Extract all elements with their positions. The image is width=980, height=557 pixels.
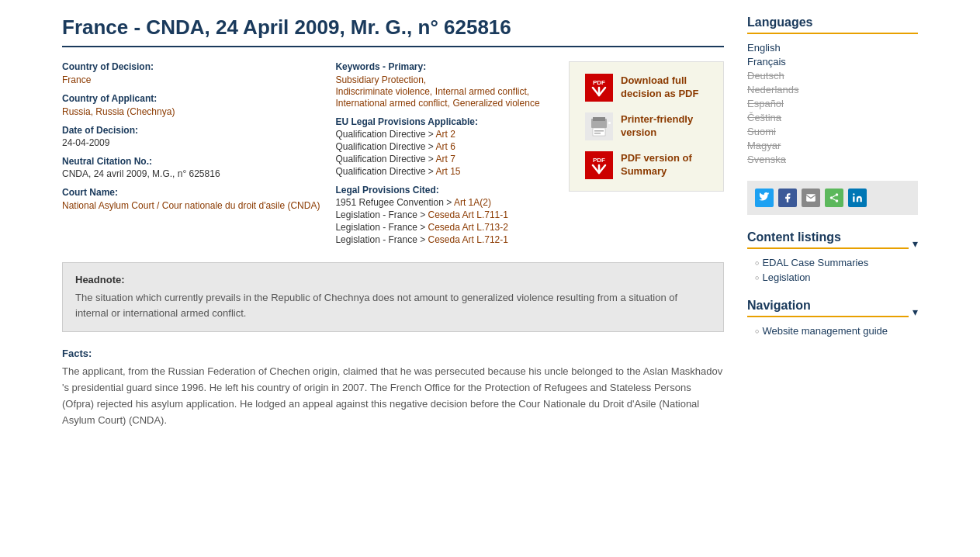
eu-provision-link-2[interactable]: Art 6 bbox=[436, 141, 455, 152]
download-pdf-full-label[interactable]: Download full decision as PDF bbox=[621, 74, 708, 101]
eu-provision-link-4[interactable]: Art 15 bbox=[436, 166, 461, 177]
svg-point-14 bbox=[830, 196, 833, 199]
legal-provision-link-3[interactable]: Ceseda Art L.713-2 bbox=[428, 222, 508, 233]
twitter-icon[interactable] bbox=[755, 189, 774, 207]
lang-magyar: Magyar bbox=[747, 140, 918, 151]
eu-provisions-list: Qualification Directive > Art 2 Qualific… bbox=[335, 129, 553, 177]
download-printer-label[interactable]: Printer-friendly version bbox=[621, 113, 708, 140]
headnote-label: Headnote: bbox=[75, 274, 711, 285]
content-listing-link-2[interactable]: Legislation bbox=[762, 272, 810, 283]
navigation-link-1[interactable]: Website management guide bbox=[762, 325, 888, 337]
svg-line-17 bbox=[833, 195, 836, 197]
neutral-citation-label: Neutral Citation No.: bbox=[62, 156, 320, 167]
download-pdf-full[interactable]: PDF Download full decision as PDF bbox=[585, 74, 708, 102]
svg-rect-6 bbox=[593, 128, 605, 136]
court-name-value[interactable]: National Asylum Court / Cour nationale d… bbox=[62, 200, 320, 211]
svg-rect-8 bbox=[594, 133, 601, 134]
legal-provisions-list: 1951 Refugee Convention > Art 1A(2) Legi… bbox=[335, 197, 553, 245]
headnote-text: The situation which currently prevails i… bbox=[75, 290, 711, 320]
svg-text:PDF: PDF bbox=[593, 157, 605, 164]
legal-provision-link-1[interactable]: Art 1A(2) bbox=[454, 197, 491, 208]
download-pdf-summary-label[interactable]: PDF version of Summary bbox=[621, 152, 708, 178]
legal-provision-link-4[interactable]: Ceseda Art L.712-1 bbox=[428, 234, 508, 245]
svg-point-15 bbox=[836, 199, 839, 202]
navigation-chevron: ▾ bbox=[912, 306, 918, 318]
download-box: PDF Download full decision as PDF bbox=[569, 61, 724, 247]
legal-provision-2: Legislation - France > Ceseda Art L.711-… bbox=[335, 209, 553, 220]
social-bar bbox=[747, 181, 918, 215]
country-of-applicant-label: Country of Applicant: bbox=[62, 93, 320, 104]
country-of-decision-value[interactable]: France bbox=[62, 74, 91, 85]
svg-rect-9 bbox=[608, 122, 611, 124]
content-listings-header[interactable]: Content listings ▾ bbox=[747, 230, 918, 257]
languages-title: Languages bbox=[747, 16, 918, 34]
eu-provisions-label: EU Legal Provisions Applicable: bbox=[335, 116, 553, 127]
lang-english[interactable]: English bbox=[747, 42, 918, 54]
eu-provision-3: Qualification Directive > Art 7 bbox=[335, 154, 553, 164]
email-icon[interactable] bbox=[802, 189, 820, 207]
content-listings-section: Content listings ▾ EDAL Case Summaries L… bbox=[747, 230, 918, 283]
navigation-section: Navigation ▾ Website management guide bbox=[747, 299, 918, 337]
content-listings-chevron: ▾ bbox=[912, 237, 918, 250]
svg-point-19 bbox=[853, 193, 854, 195]
keywords-label: Keywords - Primary: bbox=[335, 61, 553, 72]
lang-espanol: Español bbox=[747, 98, 918, 109]
navigation-title: Navigation bbox=[747, 299, 909, 317]
legal-provision-1: 1951 Refugee Convention > Art 1A(2) bbox=[335, 197, 553, 208]
neutral-citation-value: CNDA, 24 avril 2009, M.G., n° 625816 bbox=[62, 168, 320, 179]
navigation-list: Website management guide bbox=[747, 325, 918, 337]
facebook-icon[interactable] bbox=[778, 189, 797, 207]
legal-provisions-label: Legal Provisions Cited: bbox=[335, 185, 553, 195]
svg-text:PDF: PDF bbox=[593, 79, 605, 86]
content-listing-item-1: EDAL Case Summaries bbox=[755, 257, 918, 268]
pdf-summary-icon: PDF bbox=[585, 151, 613, 179]
lang-svenska: Svenska bbox=[747, 154, 918, 165]
eu-provision-4: Qualification Directive > Art 15 bbox=[335, 166, 553, 177]
keyword-1[interactable]: Subsidiary Protection, bbox=[335, 74, 426, 85]
share-icon[interactable] bbox=[825, 189, 843, 207]
navigation-item-1: Website management guide bbox=[755, 325, 918, 337]
lang-nederlands: Nederlands bbox=[747, 84, 918, 95]
country-of-applicant-value[interactable]: Russia, Russia (Chechnya) bbox=[62, 106, 175, 117]
date-of-decision-label: Date of Decision: bbox=[62, 125, 320, 136]
main-content: France - CNDA, 24 April 2009, Mr. G., n°… bbox=[62, 16, 724, 428]
meta-center: Keywords - Primary: Subsidiary Protectio… bbox=[335, 61, 553, 247]
keyword-5[interactable]: Generalized violence bbox=[452, 98, 539, 109]
keyword-3[interactable]: Internal armed conflict, bbox=[435, 86, 529, 97]
eu-provision-1: Qualification Directive > Art 2 bbox=[335, 129, 553, 140]
lang-suomi: Suomi bbox=[747, 126, 918, 137]
legal-provision-link-2[interactable]: Ceseda Art L.711-1 bbox=[428, 209, 508, 220]
content-listings-list: EDAL Case Summaries Legislation bbox=[747, 257, 918, 283]
navigation-header[interactable]: Navigation ▾ bbox=[747, 299, 918, 325]
lang-french[interactable]: Français bbox=[747, 56, 918, 67]
meta-left: Country of Decision: France Country of A… bbox=[62, 61, 320, 247]
pdf-full-icon: PDF bbox=[585, 74, 613, 102]
facts-section: Facts: The applicant, from the Russian F… bbox=[62, 348, 724, 428]
facts-label: Facts: bbox=[62, 348, 724, 359]
content-listing-item-2: Legislation bbox=[755, 272, 918, 283]
lang-deutsch: Deutsch bbox=[747, 70, 918, 81]
sidebar: Languages English Français Deutsch Neder… bbox=[747, 16, 918, 428]
keyword-4[interactable]: International armed conflict, bbox=[335, 98, 449, 109]
headnote-box: Headnote: The situation which currently … bbox=[62, 262, 724, 332]
download-printer[interactable]: Printer-friendly version bbox=[585, 112, 708, 140]
printer-icon bbox=[585, 112, 613, 140]
content-listings-title: Content listings bbox=[747, 230, 909, 249]
download-pdf-summary[interactable]: PDF PDF version of Summary bbox=[585, 151, 708, 179]
eu-provision-link-3[interactable]: Art 7 bbox=[436, 154, 455, 164]
keywords-values: Subsidiary Protection, Indiscriminate vi… bbox=[335, 74, 553, 109]
svg-point-13 bbox=[836, 193, 839, 196]
content-listing-link-1[interactable]: EDAL Case Summaries bbox=[762, 257, 868, 268]
linkedin-icon[interactable] bbox=[848, 189, 867, 207]
country-of-decision-label: Country of Decision: bbox=[62, 61, 320, 72]
facts-text: The applicant, from the Russian Federati… bbox=[62, 364, 724, 428]
legal-provision-3: Legislation - France > Ceseda Art L.713-… bbox=[335, 222, 553, 233]
page-title: France - CNDA, 24 April 2009, Mr. G., n°… bbox=[62, 16, 724, 47]
court-name-label: Court Name: bbox=[62, 187, 320, 198]
eu-provision-link-1[interactable]: Art 2 bbox=[436, 129, 455, 140]
svg-rect-7 bbox=[594, 130, 604, 132]
lang-cestina: Čeština bbox=[747, 112, 918, 123]
eu-provision-2: Qualification Directive > Art 6 bbox=[335, 141, 553, 152]
keyword-2[interactable]: Indiscriminate violence, bbox=[335, 86, 432, 97]
legal-provision-4: Legislation - France > Ceseda Art L.712-… bbox=[335, 234, 553, 245]
